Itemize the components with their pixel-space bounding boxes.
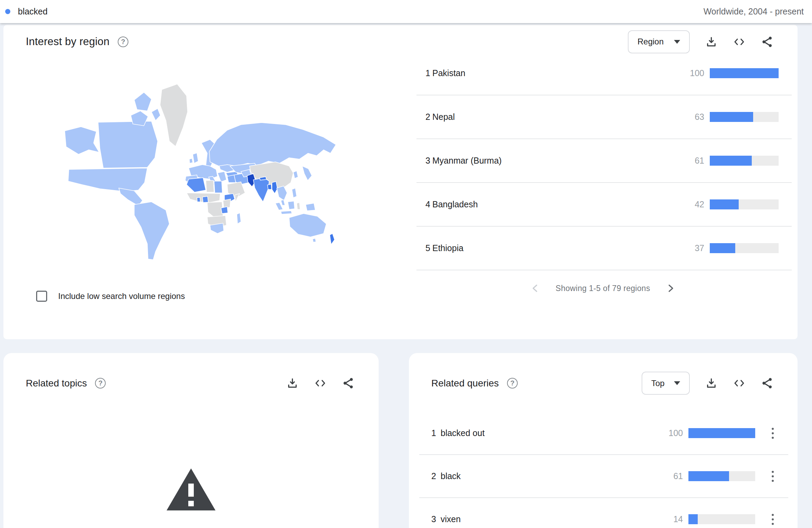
region-metric-dropdown[interactable]: Region [628, 30, 690, 53]
rank: 1 [416, 68, 432, 78]
value-bar [688, 514, 755, 524]
query-row[interactable]: 2 black 61 [419, 455, 788, 498]
map-libya [206, 180, 214, 192]
value-bar [710, 112, 779, 122]
rank: 3 [416, 156, 432, 166]
embed-button[interactable] [314, 377, 327, 390]
region-row: 5 Ethiopia 37 [416, 227, 792, 270]
map-india [253, 178, 269, 202]
map-south-america [134, 202, 169, 260]
share-icon [761, 35, 773, 48]
region-name: Ethiopia [432, 243, 463, 253]
section-title: Related topics [26, 378, 87, 389]
map-algeria [187, 178, 206, 192]
query-name[interactable]: vixen [441, 514, 461, 524]
query-value: 61 [659, 471, 683, 481]
query-row[interactable]: 1 blacked out 100 [419, 412, 788, 455]
series-color-dot [5, 9, 10, 14]
map-nigeria [202, 196, 208, 203]
region-pagination: Showing 1-5 of 79 regions [529, 282, 676, 294]
map-madagascar [237, 213, 241, 224]
value-bar [688, 428, 755, 438]
query-value: 14 [659, 514, 683, 524]
region-name: Myanmar (Burma) [432, 156, 502, 166]
embed-icon [733, 35, 746, 48]
related-queries-card: Related queries ? Top [409, 353, 798, 528]
more-options-icon[interactable] [770, 426, 776, 441]
checkbox-label: Include low search volume regions [58, 291, 185, 301]
map-bangladesh [267, 184, 272, 189]
map-myanmar [272, 182, 277, 194]
value-bar [710, 199, 779, 209]
embed-button[interactable] [733, 35, 746, 48]
query-name[interactable]: blacked out [441, 428, 485, 438]
share-icon [342, 377, 355, 390]
map-egypt [214, 181, 222, 193]
section-title: Related queries [431, 378, 499, 389]
rank: 2 [419, 471, 441, 481]
world-map[interactable] [48, 79, 351, 265]
map-japan [302, 166, 312, 180]
query-name[interactable]: black [441, 471, 461, 481]
more-options-icon[interactable] [770, 512, 776, 527]
map-canada [98, 121, 158, 168]
related-topics-card: Related topics ? [3, 353, 379, 528]
map-indochina [277, 186, 287, 200]
region-value: 63 [680, 112, 704, 122]
error-state [165, 467, 217, 512]
query-sort-dropdown[interactable]: Top [642, 372, 690, 395]
download-icon [705, 35, 718, 48]
share-button[interactable] [342, 377, 355, 390]
share-button[interactable] [761, 35, 773, 48]
region-row: 3 Myanmar (Burma) 61 [416, 139, 792, 183]
region-row: 4 Bangladesh 42 [416, 183, 792, 227]
scope-label: Worldwide, 2004 - present [704, 7, 804, 17]
region-value: 100 [680, 68, 704, 78]
more-options-icon[interactable] [770, 469, 776, 484]
region-list: 1 Pakistan 100 2 Nepal 63 3 Myanmar (Bur… [416, 52, 792, 270]
prev-page-icon [529, 282, 541, 294]
term-label: blacked [18, 7, 48, 17]
map-alaska [65, 127, 99, 154]
rank: 3 [419, 514, 441, 524]
share-button[interactable] [761, 377, 773, 390]
map-ghana [197, 197, 200, 202]
term-header: blacked Worldwide, 2004 - present [0, 0, 812, 23]
help-icon[interactable]: ? [95, 378, 106, 389]
world-map-svg [48, 79, 351, 265]
rank: 5 [416, 243, 432, 253]
rank: 1 [419, 428, 441, 438]
help-icon[interactable]: ? [507, 378, 518, 389]
warning-icon [165, 467, 217, 512]
search-term: blacked [5, 7, 48, 17]
query-value: 100 [659, 428, 683, 438]
download-button[interactable] [705, 35, 718, 48]
map-tanzania [221, 207, 228, 214]
checkbox-unchecked-icon[interactable] [36, 291, 47, 302]
map-australia [289, 214, 326, 237]
region-name: Nepal [432, 112, 455, 122]
region-name: Bangladesh [432, 199, 478, 209]
pagination-text: Showing 1-5 of 79 regions [556, 284, 650, 293]
download-icon [705, 377, 718, 390]
value-bar [688, 471, 755, 481]
region-value: 61 [680, 156, 704, 166]
next-page-icon[interactable] [665, 282, 676, 294]
chevron-down-icon [674, 381, 680, 385]
value-bar [710, 243, 779, 253]
region-row: 1 Pakistan 100 [416, 52, 792, 95]
download-button[interactable] [286, 377, 299, 390]
value-bar [710, 68, 779, 78]
download-button[interactable] [705, 377, 718, 390]
map-russia [209, 123, 336, 166]
map-new-zealand [330, 234, 335, 245]
low-volume-checkbox-row[interactable]: Include low search volume regions [36, 291, 185, 302]
query-list: 1 blacked out 100 2 black 61 3 vixen 14 [419, 412, 788, 528]
rank: 4 [416, 199, 432, 209]
query-row[interactable]: 3 vixen 14 [419, 498, 788, 528]
rank: 2 [416, 112, 432, 122]
help-icon[interactable]: ? [118, 37, 128, 47]
share-icon [761, 377, 773, 390]
embed-button[interactable] [733, 377, 746, 390]
map-usa [68, 168, 147, 191]
